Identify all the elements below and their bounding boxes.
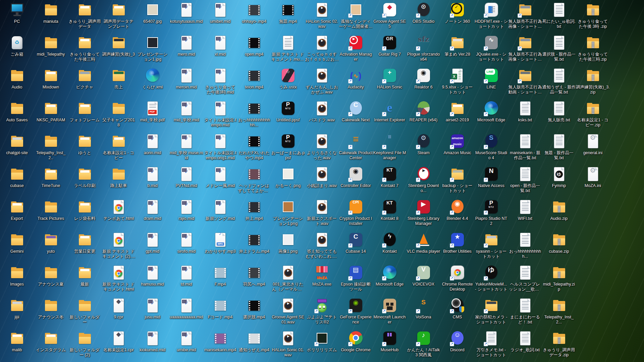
desktop-icon[interactable]: S↗MuseScore Studio 4: [474, 133, 508, 166]
desktop-icon[interactable]: open.mp4: [237, 35, 271, 67]
desktop-icon[interactable]: ◉↗Blender 4.4: [440, 199, 474, 231]
desktop-icon[interactable]: ▶ずんだもん_しおかぜふ.wav: [305, 68, 339, 100]
desktop-icon[interactable]: ♪MP3わかりやす.mp3: [203, 232, 237, 264]
desktop-icon[interactable]: Export: [0, 199, 34, 231]
desktop-icon[interactable]: Auto Saves: [0, 101, 34, 133]
desktop-icon[interactable]: ↗無人販売不正行為 画像 - ショートカッ...: [508, 2, 542, 34]
desktop-icon[interactable]: ▶↗Steinberg Library Manager: [407, 199, 440, 231]
desktop-icon[interactable]: ♪aorin.mid: [136, 133, 169, 166]
desktop-icon[interactable]: midi_Telepathy.zip: [542, 265, 576, 297]
desktop-icon[interactable]: ↗CMS: [440, 298, 474, 330]
desktop-icon[interactable]: X↗9.5.xlsx - ショートカット: [440, 68, 474, 100]
desktop-icon[interactable]: プレゼンテーション1.jpg: [136, 35, 169, 67]
desktop-icon[interactable]: ▶↗Steinberg Downlo...: [407, 166, 440, 198]
desktop-icon[interactable]: PDFmid_学校.pdf: [136, 101, 169, 133]
desktop-icon[interactable]: PNT2おーばーまにあ.ppsf: [271, 133, 305, 166]
desktop-icon[interactable]: ♪td.mid: [169, 265, 203, 297]
desktop-icon[interactable]: ✓↗ノートン 360: [440, 2, 474, 34]
desktop-icon[interactable]: ∿↗JQuake.exe - ショートカット: [474, 35, 508, 67]
desktop-icon[interactable]: ↗無人販売不正行為 画像 - ショートカット: [508, 35, 542, 67]
desktop-icon[interactable]: ヘッドフォンはずしててよかっt.mp4: [237, 166, 271, 198]
desktop-icon[interactable]: 通知うぜえ - 親作品一覧.txt: [542, 68, 576, 100]
desktop-icon[interactable]: |||↗Keepforest File Manager: [373, 133, 407, 166]
desktop-icon[interactable]: ⚙↗Steam: [407, 133, 440, 166]
desktop-icon[interactable]: ↗家の防犯カメラ - ショートカット: [474, 298, 508, 330]
desktop-icon[interactable]: ♪kotusytuaaus.mid: [169, 2, 203, 34]
desktop-icon[interactable]: ↗Google Chrome: [339, 330, 373, 362]
desktop-icon[interactable]: jijii: [0, 298, 34, 330]
desktop-icon[interactable]: だれだFXいれたやつ.mp4: [237, 133, 271, 166]
desktop-icon[interactable]: amazonmusic↗Amazon Music: [440, 133, 474, 166]
desktop-icon[interactable]: ◉↗Reaktor 6: [407, 68, 440, 100]
desktop-icon[interactable]: 新しいフォルダー: [68, 298, 102, 330]
desktop-icon[interactable]: ♪umibe.mid: [169, 330, 203, 362]
desktop-icon[interactable]: (∿)↗Audacity: [339, 68, 373, 100]
desktop-icon[interactable]: MoZAMoZA.exe: [305, 265, 339, 297]
desktop-icon[interactable]: manisekarin - 親作品一覧.txt: [508, 133, 542, 166]
desktop-icon[interactable]: +↗HALion Sonic: [373, 68, 407, 100]
desktop-icon[interactable]: 通知うぜえ.mp4: [237, 330, 271, 362]
desktop-icon[interactable]: ▶小銭詰まり.wav: [305, 166, 339, 198]
desktop-icon[interactable]: TimeTune: [34, 166, 68, 198]
desktop-icon[interactable]: ♪タイトル未設定.tempo.orig1.mid: [203, 133, 237, 166]
desktop-icon[interactable]: ラベル印刷: [68, 166, 102, 198]
desktop-icon[interactable]: ヘルスコンプレッション__歌詞.txt: [508, 265, 542, 297]
desktop-icon[interactable]: ◉↗GeForce Experience: [339, 298, 373, 330]
desktop-icon[interactable]: ▶HALion Sonic 02.wav: [305, 2, 339, 34]
desktop-icon[interactable]: 営業日変更: [68, 232, 102, 264]
desktop-icon[interactable]: 死にたい_ゅ歌詞.txt: [542, 2, 576, 34]
desktop-icon[interactable]: ♪↗かんたん！AITalk 3 関西風: [407, 330, 440, 362]
desktop-icon[interactable]: 最新: [68, 265, 102, 297]
desktop-icon[interactable]: インスタグラム: [34, 330, 68, 362]
desktop-icon[interactable]: レジ袋有料: [68, 199, 102, 231]
desktop-icon[interactable]: おっhhhhhhhhhhhh...: [237, 101, 271, 133]
desktop-icon[interactable]: かるーく.png: [271, 166, 305, 198]
desktop-icon[interactable]: ▶Groove Agent SE 01.wav: [271, 298, 305, 330]
desktop-icon[interactable]: ◆↗Groove Agent SE 5: [373, 2, 407, 34]
desktop-icon[interactable]: ↗ポリリリリズム: [305, 330, 339, 362]
desktop-icon[interactable]: C↗Cakewalk Next: [339, 101, 373, 133]
desktop-icon[interactable]: Fコード.mp4: [203, 298, 237, 330]
desktop-icon[interactable]: 新規 テキスト ドキュメント.html: [102, 265, 136, 297]
desktop-icon[interactable]: ♪b.mid: [136, 166, 169, 198]
desktop-icon[interactable]: プレゼンテーション1.png: [271, 199, 305, 231]
desktop-icon[interactable]: sfz↗Plogue sforzando x64: [407, 35, 440, 67]
desktop-icon[interactable]: ▶答え知っててもむずいわこれ.wav: [305, 232, 339, 264]
desktop-icon[interactable]: ♪mid_学校.mid: [169, 101, 203, 133]
desktop-icon[interactable]: ◆名称未設定1.cpr: [102, 330, 136, 362]
desktop-icon[interactable]: ksks.txt: [508, 101, 542, 133]
desktop-icon[interactable]: フォトフレーム: [68, 101, 102, 133]
desktop-icon[interactable]: ★↗Brother Utilities: [440, 232, 474, 264]
desktop-icon[interactable]: Mixdown: [34, 68, 68, 100]
desktop-icon[interactable]: おっhhhhhhhhhhh...: [508, 232, 542, 264]
desktop-icon[interactable]: ↗無人販売不正行為 動画 - ショートカット: [508, 68, 542, 100]
desktop-icon[interactable]: ▶バスドラ.wav: [305, 101, 339, 133]
desktop-icon[interactable]: 名称未設定1 - コピー: [102, 133, 136, 166]
desktop-icon[interactable]: ohhayo-.mp4: [237, 2, 271, 34]
desktop-icon[interactable]: ▶HALion Sonic 01.wav: [271, 330, 305, 362]
desktop-icon[interactable]: ◆9.cpr: [102, 298, 136, 330]
desktop-icon[interactable]: アナウンス冬: [34, 298, 68, 330]
desktop-icon[interactable]: ▶よりうるさくなった.wav: [305, 133, 339, 166]
desktop-icon[interactable]: PNT2Untitled.ppsf: [271, 101, 305, 133]
desktop-icon[interactable]: 調声用データテンプレート: [102, 2, 136, 34]
desktop-icon[interactable]: ラジオ_歌詞.txt: [508, 330, 542, 362]
desktop-icon[interactable]: N↗Native Access: [474, 166, 508, 198]
desktop-icon[interactable]: 新しいフォルダー (2): [68, 330, 102, 362]
desktop-icon[interactable]: chatgpt-site: [0, 133, 34, 166]
desktop-icon[interactable]: ≡↗Cakewalk Product Center: [339, 133, 373, 166]
desktop-icon[interactable]: ↗Microsoft Edge: [474, 101, 508, 133]
desktop-icon[interactable]: ♪rajio.mid: [169, 199, 203, 231]
desktop-icon[interactable]: open - 親作品一覧.txt: [508, 166, 542, 198]
desktop-icon[interactable]: ▶001_東北きりたん（ノーマル）_今じゃ...: [271, 265, 305, 297]
desktop-icon[interactable]: ♪mero.mid: [169, 35, 203, 67]
desktop-icon[interactable]: 選択肢.mp4: [237, 298, 271, 330]
desktop-icon[interactable]: 調声練習(失敗)_3.zip: [576, 68, 610, 100]
desktop-icon[interactable]: ♪sirofo.mid: [169, 232, 203, 264]
desktop-icon[interactable]: ♪gpt.mid: [136, 232, 169, 264]
desktop-icon[interactable]: 画像1.png: [271, 232, 305, 264]
desktop-icon[interactable]: 新規 テキスト ドキュメント.musicxml: [271, 35, 305, 67]
desktop-icon[interactable]: ⚙MoZA.ini: [576, 166, 610, 198]
desktop-icon[interactable]: PC: [0, 2, 34, 34]
desktop-icon[interactable]: C↗Cubase 14: [339, 232, 373, 264]
